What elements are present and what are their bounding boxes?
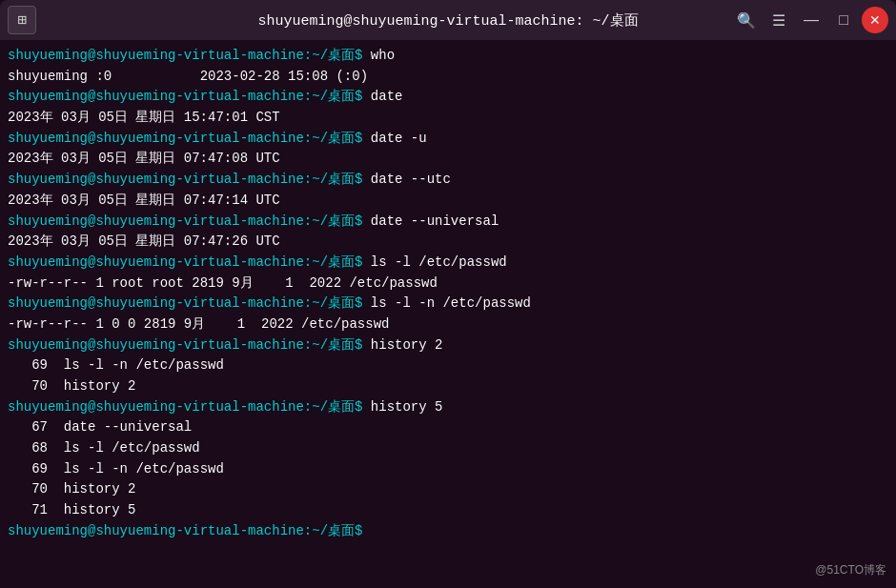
terminal-line: shuyueming@shuyueming-virtual-machine:~/… — [8, 46, 888, 67]
terminal-line: shuyueming@shuyueming-virtual-machine:~/… — [8, 335, 888, 356]
close-icon: ✕ — [869, 12, 881, 28]
output-line: 2023年 03月 05日 星期日 15:47:01 CST — [8, 108, 888, 129]
output-line: 70 history 2 — [8, 376, 888, 397]
terminal-line: shuyueming@shuyueming-virtual-machine:~/… — [8, 521, 888, 542]
output-line: 69 ls -l -n /etc/passwd — [8, 355, 888, 376]
output-line: 69 ls -l -n /etc/passwd — [8, 459, 888, 480]
terminal-line: shuyueming@shuyueming-virtual-machine:~/… — [8, 212, 888, 233]
output-line: 70 history 2 — [8, 479, 888, 500]
new-tab-button[interactable]: ⊞ — [8, 6, 36, 34]
command: history 2 — [371, 337, 443, 353]
titlebar-controls: 🔍 ☰ — □ ✕ — [732, 6, 888, 34]
new-tab-icon: ⊞ — [17, 10, 27, 30]
close-button[interactable]: ✕ — [862, 7, 888, 33]
watermark: @51CTO博客 — [815, 562, 886, 578]
output-line: 68 ls -l /etc/passwd — [8, 438, 888, 459]
output-line: shuyueming :0 2023-02-28 15:08 (:0) — [8, 67, 888, 88]
titlebar: ⊞ shuyueming@shuyueming-virtual-machine:… — [0, 0, 896, 40]
output-line: 2023年 03月 05日 星期日 07:47:08 UTC — [8, 149, 888, 170]
search-icon: 🔍 — [737, 11, 756, 30]
minimize-button[interactable]: — — [797, 6, 825, 34]
command: history 5 — [371, 399, 443, 415]
command: date --utc — [371, 172, 451, 187]
terminal-line: shuyueming@shuyueming-virtual-machine:~/… — [8, 397, 888, 418]
search-button[interactable]: 🔍 — [732, 6, 761, 34]
prompt: shuyueming@shuyueming-virtual-machine:~/… — [8, 131, 371, 146]
maximize-button[interactable]: □ — [829, 6, 858, 34]
command: date — [371, 89, 403, 104]
command: ls -l -n /etc/passwd — [371, 295, 531, 311]
output-line: -rw-r--r-- 1 root root 2819 9月 1 2022 /e… — [8, 274, 888, 294]
command: date -u — [371, 131, 427, 146]
titlebar-left: ⊞ — [8, 6, 36, 34]
prompt: shuyueming@shuyueming-virtual-machine:~/… — [8, 399, 371, 415]
terminal-line: shuyueming@shuyueming-virtual-machine:~/… — [8, 87, 888, 108]
prompt: shuyueming@shuyueming-virtual-machine:~/… — [8, 523, 371, 538]
prompt: shuyueming@shuyueming-virtual-machine:~/… — [8, 89, 371, 104]
prompt: shuyueming@shuyueming-virtual-machine:~/… — [8, 172, 371, 187]
output-line: 67 date --universal — [8, 417, 888, 438]
prompt: shuyueming@shuyueming-virtual-machine:~/… — [8, 48, 371, 63]
output-line: 2023年 03月 05日 星期日 07:47:26 UTC — [8, 232, 888, 253]
prompt: shuyueming@shuyueming-virtual-machine:~/… — [8, 213, 371, 229]
prompt: shuyueming@shuyueming-virtual-machine:~/… — [8, 337, 371, 353]
maximize-icon: □ — [839, 11, 848, 29]
minimize-icon: — — [804, 11, 819, 29]
command: ls -l /etc/passwd — [371, 254, 507, 270]
terminal-line: shuyueming@shuyueming-virtual-machine:~/… — [8, 253, 888, 274]
prompt: shuyueming@shuyueming-virtual-machine:~/… — [8, 295, 371, 311]
terminal-body[interactable]: shuyueming@shuyueming-virtual-machine:~/… — [0, 40, 896, 588]
output-line: 71 history 5 — [8, 500, 888, 521]
menu-button[interactable]: ☰ — [764, 6, 793, 34]
command: date --universal — [371, 213, 499, 229]
terminal-line: shuyueming@shuyueming-virtual-machine:~/… — [8, 129, 888, 150]
output-line: 2023年 03月 05日 星期日 07:47:14 UTC — [8, 191, 888, 212]
terminal-line: shuyueming@shuyueming-virtual-machine:~/… — [8, 170, 888, 191]
prompt: shuyueming@shuyueming-virtual-machine:~/… — [8, 254, 371, 270]
menu-icon: ☰ — [772, 11, 785, 30]
window-title: shuyueming@shuyueming-virtual-machine: ~… — [257, 11, 638, 30]
terminal-line: shuyueming@shuyueming-virtual-machine:~/… — [8, 294, 888, 314]
terminal-window: ⊞ shuyueming@shuyueming-virtual-machine:… — [0, 0, 896, 588]
output-line: -rw-r--r-- 1 0 0 2819 9月 1 2022 /etc/pas… — [8, 314, 888, 335]
command: who — [371, 48, 395, 63]
